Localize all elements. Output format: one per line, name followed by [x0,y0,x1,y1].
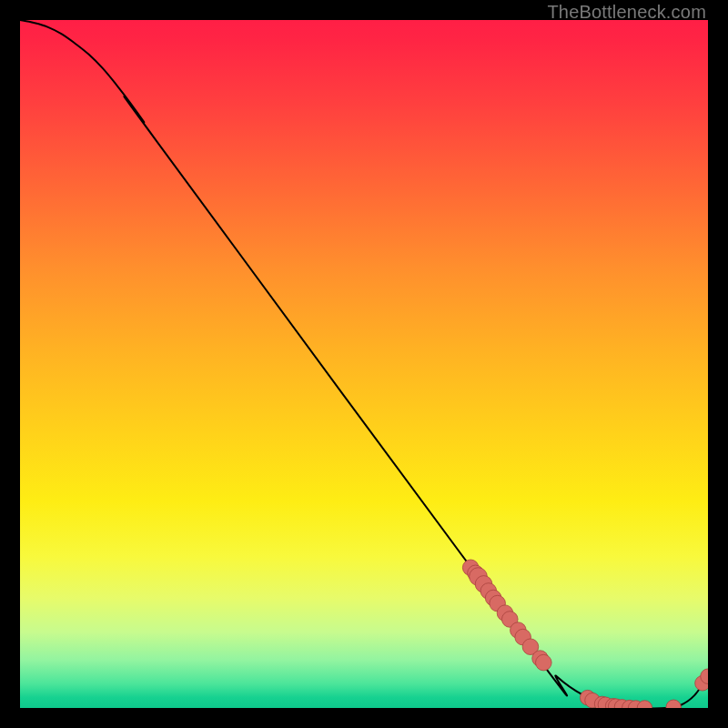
data-markers [462,560,708,708]
plot-area [20,20,708,708]
data-marker [666,700,682,708]
chart-stage: TheBottleneck.com [0,0,728,728]
data-marker [536,654,552,671]
bottleneck-curve [20,20,708,708]
chart-overlay [20,20,708,708]
